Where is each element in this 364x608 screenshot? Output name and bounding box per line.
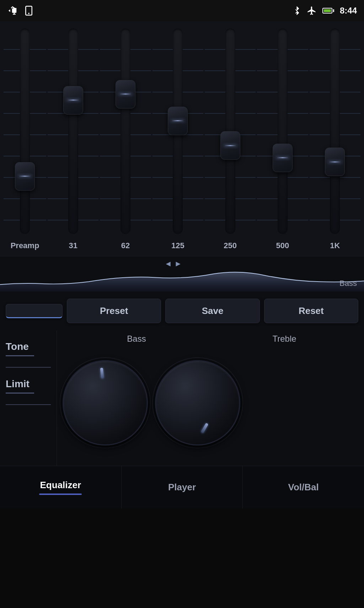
- knobs-and-nav: Tone Limit Bass Treble: [0, 330, 364, 466]
- svg-point-1: [28, 13, 30, 14]
- treble-knob-label: Treble: [214, 334, 355, 344]
- phone-icon: [23, 5, 34, 16]
- slider-250hz[interactable]: [205, 28, 256, 234]
- status-bar: 8:44: [0, 0, 364, 21]
- slider-31hz[interactable]: [48, 28, 98, 234]
- waveform-svg: [0, 256, 364, 292]
- tone-label: Tone: [6, 341, 29, 352]
- scroll-indicator: ◄ ►: [164, 259, 182, 268]
- slider-thumb-250[interactable]: [220, 131, 240, 160]
- tab-equalizer-label: Equalizer: [40, 480, 81, 491]
- bass-knob[interactable]: [63, 360, 148, 446]
- bottom-nav: Equalizer Player Vol/Bal: [0, 466, 364, 508]
- nav-col: Tone Limit: [0, 330, 57, 466]
- buttons-row: Preset Save Reset: [0, 292, 364, 330]
- reset-button[interactable]: Reset: [264, 299, 358, 323]
- slider-1k[interactable]: [310, 28, 360, 234]
- waveform-area: ◄ ► Bass: [0, 256, 364, 292]
- label-1k: 1K: [310, 241, 360, 250]
- knobs-area: Bass Treble: [57, 330, 364, 466]
- limit-underline: [6, 393, 34, 394]
- tab-equalizer-underline: [39, 494, 82, 495]
- save-button[interactable]: Save: [165, 299, 259, 323]
- label-500: 500: [257, 241, 308, 250]
- knob-labels-row: Bass Treble: [63, 334, 358, 347]
- status-left-icons: [7, 5, 34, 16]
- slider-track-125[interactable]: [173, 28, 183, 234]
- preset-button[interactable]: Preset: [67, 299, 161, 323]
- bluetooth-icon: [293, 6, 301, 16]
- usb-icon: [7, 5, 18, 16]
- label-31: 31: [48, 241, 98, 250]
- slider-track-1k[interactable]: [330, 28, 340, 234]
- status-right-icons: 8:44: [293, 6, 357, 16]
- slider-preamp[interactable]: [4, 28, 46, 234]
- tab-volbal-label: Vol/Bal: [288, 482, 319, 493]
- slider-thumb-125[interactable]: [168, 107, 188, 135]
- limit-label: Limit: [6, 378, 30, 390]
- status-time: 8:44: [340, 6, 357, 16]
- tab-player-label: Player: [168, 482, 196, 493]
- controls-section: Preset Save Reset Tone Limit Bass Treble: [0, 292, 364, 466]
- slider-track-250[interactable]: [225, 28, 235, 234]
- slider-track-500[interactable]: [278, 28, 288, 234]
- label-125: 125: [152, 241, 203, 250]
- tone-underline: [6, 355, 34, 356]
- tab-equalizer[interactable]: Equalizer: [0, 466, 122, 508]
- airplane-icon: [307, 6, 317, 16]
- slider-thumb-500[interactable]: [273, 144, 293, 172]
- slider-thumb-31[interactable]: [63, 86, 83, 114]
- label-preamp: Preamp: [4, 241, 46, 250]
- bass-knob-label: Bass: [66, 334, 207, 344]
- battery-icon: [322, 8, 334, 14]
- equ-button[interactable]: [6, 304, 63, 318]
- limit-button[interactable]: Limit: [6, 368, 51, 405]
- slider-125hz[interactable]: [152, 28, 203, 234]
- eq-section: Preamp 31 62 125 250 500 1K ◄ ► Bass: [0, 21, 364, 292]
- slider-62hz[interactable]: [100, 28, 151, 234]
- freq-labels: Preamp 31 62 125 250 500 1K: [0, 238, 364, 256]
- slider-500hz[interactable]: [257, 28, 308, 234]
- tab-player[interactable]: Player: [122, 466, 243, 508]
- slider-thumb-1k[interactable]: [325, 148, 345, 176]
- treble-knob[interactable]: [155, 360, 240, 446]
- band-label: Bass: [339, 279, 357, 288]
- slider-track-preamp[interactable]: [20, 28, 30, 234]
- slider-track-31[interactable]: [68, 28, 78, 234]
- label-62: 62: [100, 241, 151, 250]
- sliders-container: [0, 21, 364, 238]
- slider-track-62[interactable]: [121, 28, 130, 234]
- tone-button[interactable]: Tone: [6, 330, 51, 368]
- slider-thumb-62[interactable]: [116, 80, 135, 108]
- slider-thumb-preamp[interactable]: [15, 162, 35, 191]
- tab-volbal[interactable]: Vol/Bal: [243, 466, 364, 508]
- label-250: 250: [205, 241, 256, 250]
- knobs-row: [63, 347, 358, 459]
